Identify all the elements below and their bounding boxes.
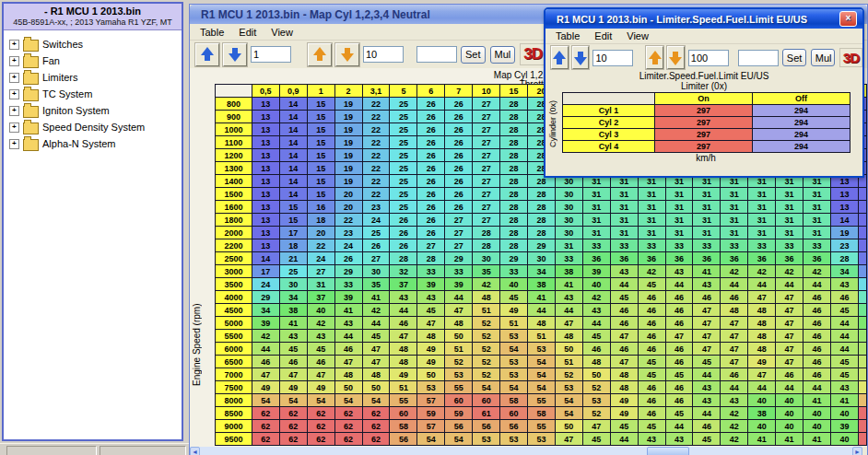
- map-cell[interactable]: 46: [638, 394, 665, 407]
- map-cell[interactable]: 52: [473, 368, 500, 381]
- map-cell[interactable]: 13: [830, 201, 858, 214]
- map-cell[interactable]: 22: [334, 214, 362, 227]
- map-cell[interactable]: 62: [334, 420, 362, 433]
- map-cell[interactable]: 50: [445, 330, 473, 343]
- tree-item-alpha-n-system[interactable]: +Alpha-N System: [9, 135, 182, 152]
- map-cell[interactable]: 46: [693, 420, 721, 433]
- set-value-input[interactable]: [738, 50, 779, 66]
- map-cell[interactable]: 15: [307, 98, 334, 111]
- map-cell[interactable]: 22: [307, 239, 334, 252]
- tree-item-limiters[interactable]: +Limiters: [9, 69, 182, 86]
- map-cell[interactable]: 14: [279, 175, 307, 188]
- map-cell[interactable]: 46: [610, 317, 638, 330]
- map-cell[interactable]: 44: [665, 278, 693, 291]
- map-cell[interactable]: 30: [473, 252, 500, 265]
- map-cell[interactable]: 40: [500, 278, 528, 291]
- map-cell[interactable]: 47: [776, 304, 803, 317]
- map-cell[interactable]: 52: [582, 407, 610, 420]
- map-cell[interactable]: 15: [307, 175, 334, 188]
- map-cell[interactable]: 40: [830, 407, 858, 420]
- map-cell[interactable]: 27: [473, 136, 500, 149]
- map-cell[interactable]: 60: [445, 394, 473, 407]
- map-cell[interactable]: 46: [638, 407, 665, 420]
- map-cell[interactable]: 44: [610, 433, 638, 446]
- map-cell[interactable]: 23: [362, 201, 390, 214]
- map-cell[interactable]: 44: [665, 420, 693, 433]
- 3d-view-button[interactable]: 3D: [520, 43, 545, 65]
- map-cell[interactable]: 44: [445, 291, 473, 304]
- map-cell[interactable]: 42: [721, 407, 748, 420]
- map-cell[interactable]: 31: [693, 214, 721, 227]
- big-step-up-button[interactable]: [308, 43, 332, 66]
- map-cell[interactable]: 30: [555, 201, 582, 214]
- map-cell[interactable]: 31: [610, 188, 638, 201]
- map-cell[interactable]: 44: [776, 381, 803, 394]
- map-cell[interactable]: 31: [638, 214, 665, 227]
- map-cell[interactable]: 26: [445, 111, 473, 123]
- map-cell[interactable]: 59: [417, 407, 445, 420]
- map-cell[interactable]: 41: [748, 433, 776, 446]
- map-cell[interactable]: 26: [362, 239, 390, 252]
- map-cell[interactable]: 31: [748, 201, 776, 214]
- map-cell[interactable]: 30: [528, 252, 556, 265]
- map-cell[interactable]: 22: [362, 98, 390, 111]
- map-cell[interactable]: 48: [582, 356, 610, 368]
- map-cell[interactable]: 43: [334, 317, 362, 330]
- map-cell[interactable]: 33: [500, 265, 528, 278]
- map-cell[interactable]: 31: [721, 227, 748, 239]
- map-cell[interactable]: 30: [555, 214, 582, 227]
- map-cell[interactable]: 31: [665, 214, 693, 227]
- map-cell[interactable]: 51: [445, 343, 473, 356]
- map-cell[interactable]: 45: [665, 368, 693, 381]
- map-cell[interactable]: 52: [582, 381, 610, 394]
- map-cell[interactable]: 15: [307, 162, 334, 175]
- map-cell[interactable]: 34: [528, 265, 556, 278]
- map-cell[interactable]: 42: [721, 420, 748, 433]
- map-cell[interactable]: 20: [307, 227, 334, 239]
- map-cell[interactable]: 26: [334, 252, 362, 265]
- map-cell[interactable]: 39: [582, 265, 610, 278]
- map-cell[interactable]: 40: [776, 407, 803, 420]
- map-cell[interactable]: 62: [362, 420, 390, 433]
- map-cell[interactable]: 13: [830, 188, 858, 201]
- map-cell[interactable]: 62: [307, 433, 334, 446]
- map-cell[interactable]: 58: [500, 394, 528, 407]
- map-cell[interactable]: 27: [445, 239, 473, 252]
- map-cell[interactable]: 22: [362, 149, 390, 162]
- map-cell[interactable]: 43: [721, 394, 748, 407]
- map-cell[interactable]: 37: [390, 278, 417, 291]
- map-cell[interactable]: 52: [445, 356, 473, 368]
- map-cell[interactable]: 44: [693, 407, 721, 420]
- map-cell[interactable]: 47: [748, 368, 776, 381]
- map-cell[interactable]: 26: [417, 201, 445, 214]
- map-cell[interactable]: 49: [417, 343, 445, 356]
- map-cell[interactable]: 31: [721, 188, 748, 201]
- map-cell[interactable]: 41: [693, 265, 721, 278]
- limiter-on-cell[interactable]: 297: [655, 105, 753, 117]
- map-cell[interactable]: 46: [334, 343, 362, 356]
- map-cell[interactable]: 33: [334, 278, 362, 291]
- map-cell[interactable]: 18: [307, 214, 334, 227]
- map-cell[interactable]: 40: [776, 420, 803, 433]
- map-cell[interactable]: 31: [665, 201, 693, 214]
- map-cell[interactable]: 29: [445, 252, 473, 265]
- scrollbar-thumb[interactable]: [647, 447, 689, 455]
- map-cell[interactable]: 22: [362, 162, 390, 175]
- map-cell[interactable]: 50: [555, 343, 582, 356]
- map-cell[interactable]: 41: [803, 394, 831, 407]
- map-cell[interactable]: 53: [417, 381, 445, 394]
- map-cell[interactable]: 28: [500, 123, 528, 136]
- map-cell[interactable]: 50: [334, 381, 362, 394]
- map-cell[interactable]: 31: [748, 214, 776, 227]
- map-cell[interactable]: 27: [473, 149, 500, 162]
- map-cell[interactable]: 42: [803, 265, 831, 278]
- map-cell[interactable]: 27: [473, 214, 500, 227]
- map-cell[interactable]: 54: [445, 433, 473, 446]
- map-cell[interactable]: 24: [334, 239, 362, 252]
- map-cell[interactable]: 53: [528, 433, 556, 446]
- map-cell[interactable]: 28: [500, 111, 528, 123]
- 3d-view-button[interactable]: 3D: [839, 48, 862, 67]
- map-cell[interactable]: 25: [390, 123, 417, 136]
- map-cell[interactable]: 43: [417, 291, 445, 304]
- map-cell[interactable]: 44: [528, 304, 556, 317]
